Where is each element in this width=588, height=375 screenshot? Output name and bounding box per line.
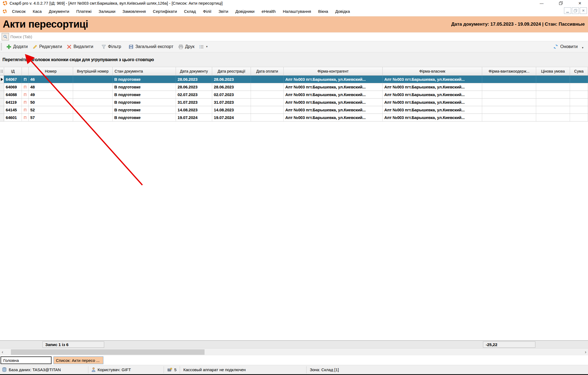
table-row-64067[interactable]: 64067П46В подготовке28.06.202328.06.2023…	[0, 76, 588, 83]
menu-bar: СписокКасаДокументиПлатежіЗалишкиЗамовле…	[0, 6, 588, 16]
column-header-price_cond[interactable]: Цінова умова	[536, 67, 570, 75]
scroll-right-icon[interactable]: ›	[583, 349, 588, 356]
column-header-contractor[interactable]: Фірма-контрагент	[284, 67, 383, 75]
menu-item-1[interactable]: Список	[8, 8, 29, 15]
documents-grid: ІДНомерВнутрішній номерСтан документаДат…	[0, 67, 588, 121]
list-settings-button[interactable]	[197, 43, 204, 50]
refresh-button[interactable]: Оновити	[551, 43, 580, 50]
cell-internal	[73, 76, 113, 83]
page-title: Акти пересортиці	[3, 19, 88, 30]
cell-contractor: Апт №003 пгт.Барышевка, ул.Киевский...	[284, 91, 383, 98]
menu-item-3[interactable]: Документи	[45, 8, 73, 15]
filter-button[interactable]: Фільтр	[99, 43, 124, 50]
scroll-left-icon[interactable]: ‹	[0, 349, 5, 356]
column-header-id[interactable]: ІД	[4, 67, 22, 75]
cell-consignee	[482, 83, 536, 91]
cell-doc_date: 28.06.2023	[176, 83, 212, 91]
menu-item-6[interactable]: Замовлення	[119, 8, 149, 15]
row-marker	[0, 83, 4, 91]
mdi-close-icon[interactable]: ✕	[580, 7, 587, 14]
column-header-internal[interactable]: Внутрішній номер	[73, 67, 113, 75]
cell-state: В подготовке	[113, 91, 176, 98]
group-by-panel[interactable]: Перетягніть заголовок колонки сюди для у…	[0, 52, 588, 67]
cell-contractor: Апт №003 пгт.Барышевка, ул.Киевский...	[284, 76, 383, 83]
cell-number: 50	[29, 99, 73, 106]
edit-button[interactable]: Редагувати	[30, 43, 65, 50]
cell-p: П	[22, 91, 29, 98]
menu-item-5[interactable]: Залишки	[95, 8, 119, 15]
column-header-number[interactable]: Номер	[29, 67, 73, 75]
menu-item-11[interactable]: Довідники	[232, 8, 258, 15]
menu-item-8[interactable]: Склад	[181, 8, 199, 15]
cell-contractor: Апт №003 пгт.Барышевка, ул.Киевский...	[284, 114, 383, 121]
horizontal-scrollbar[interactable]: ‹ ›	[0, 348, 588, 355]
cell-state: В подготовке	[113, 83, 176, 91]
group-by-hint: Перетягніть заголовок колонки сюди для у…	[2, 57, 154, 62]
export-button[interactable]: Загальний експорт	[126, 43, 176, 50]
restore-icon[interactable]	[557, 1, 564, 6]
table-row-64145[interactable]: 64145П52В подготовке14.08.202314.08.2023…	[0, 106, 588, 114]
cell-reg_date: 02.07.2023	[212, 91, 251, 98]
filter-button-label: Фільтр	[108, 44, 121, 49]
mdi-minimize-icon[interactable]: ▁	[564, 7, 571, 14]
print-button[interactable]: Друк	[176, 43, 197, 50]
list-settings-caret-icon[interactable]: ▼	[204, 45, 209, 48]
menu-item-14[interactable]: Вікна	[315, 8, 332, 15]
cell-pay_date	[251, 106, 284, 114]
tab-list-active[interactable]: Список: Акти пересо ...	[53, 356, 103, 364]
cell-internal	[73, 114, 113, 121]
cell-sum	[570, 83, 588, 91]
menu-item-4[interactable]: Платежі	[73, 8, 95, 15]
delete-button[interactable]: Видалити	[64, 43, 95, 50]
database-label: База даних: TASA3@TITAN	[9, 367, 61, 372]
menu-item-2[interactable]: Каса	[29, 8, 45, 15]
mdi-restore-icon[interactable]	[572, 7, 579, 14]
scrollbar-thumb[interactable]	[11, 349, 205, 355]
cell-contractor: Апт №003 пгт.Барышевка, ул.Киевский...	[284, 99, 383, 106]
menu-item-7[interactable]: Сертифікати	[149, 8, 181, 15]
table-row-64088[interactable]: 64088П49В подготовке02.07.202302.07.2023…	[0, 91, 588, 99]
refresh-button-label: Оновити	[560, 44, 578, 49]
column-chooser-icon[interactable]	[0, 67, 4, 75]
cell-owner: Апт №003 пгт.Барышевка, ул.Киевский...	[383, 99, 482, 106]
column-header-sum[interactable]: Сума	[570, 67, 588, 75]
add-button-label: Додати	[13, 44, 28, 49]
table-row-64069[interactable]: 64069П48В подготовке28.06.202328.06.2023…	[0, 83, 588, 91]
toolbar: Додати Редагувати Видалити Фільтр Загаль…	[0, 41, 588, 52]
grid-body: 64067П46В подготовке28.06.202328.06.2023…	[0, 76, 588, 121]
cell-consignee	[482, 76, 536, 83]
cell-doc_date: 14.08.2023	[176, 106, 212, 114]
table-row-64119[interactable]: 64119П50В подготовке31.07.202331.07.2023…	[0, 99, 588, 106]
refresh-caret-icon[interactable]: ▼	[580, 46, 585, 49]
sum-total: -25,22	[483, 341, 535, 348]
column-header-pay_date[interactable]: Дата оплати	[251, 67, 284, 75]
search-button[interactable]	[2, 33, 9, 40]
column-header-consignee[interactable]: Фірма-вантажоодерж...	[482, 67, 536, 75]
row-marker	[0, 114, 4, 121]
toolbar-grip[interactable]	[1, 43, 2, 50]
column-header-p[interactable]	[22, 67, 29, 75]
tab-home[interactable]: Головна	[1, 356, 52, 364]
column-header-state[interactable]: Стан документа	[113, 67, 176, 75]
window-title: Скарб pro v. 4.0.2.77 [ІД: 969] - [Апт №…	[10, 1, 223, 5]
menu-item-9[interactable]: Філії	[199, 8, 215, 15]
cell-p: П	[22, 106, 29, 114]
cell-number: 52	[29, 106, 73, 114]
menu-item-15[interactable]: Довідка	[332, 8, 353, 15]
column-header-reg_date[interactable]: Дата реєстрації	[212, 67, 251, 75]
cell-internal	[73, 83, 113, 91]
column-header-owner[interactable]: Фірма-власник	[383, 67, 482, 75]
table-row-64601[interactable]: 64601П57В подготовке19.07.202419.07.2024…	[0, 114, 588, 121]
close-icon[interactable]: ✕	[577, 1, 583, 6]
menu-item-10[interactable]: Звіти	[215, 8, 232, 15]
cell-p: П	[22, 114, 29, 121]
minimize-icon[interactable]: —	[538, 1, 545, 6]
menu-item-12[interactable]: eHealth	[258, 8, 279, 15]
column-header-doc_date[interactable]: Дата документу	[176, 67, 212, 75]
grid-header-row: ІДНомерВнутрішній номерСтан документаДат…	[0, 67, 588, 76]
menu-item-13[interactable]: Налаштування	[279, 8, 315, 15]
cell-price_cond	[536, 83, 570, 91]
add-button[interactable]: Додати	[4, 43, 30, 50]
search-input[interactable]	[9, 33, 586, 40]
cell-consignee	[482, 106, 536, 114]
